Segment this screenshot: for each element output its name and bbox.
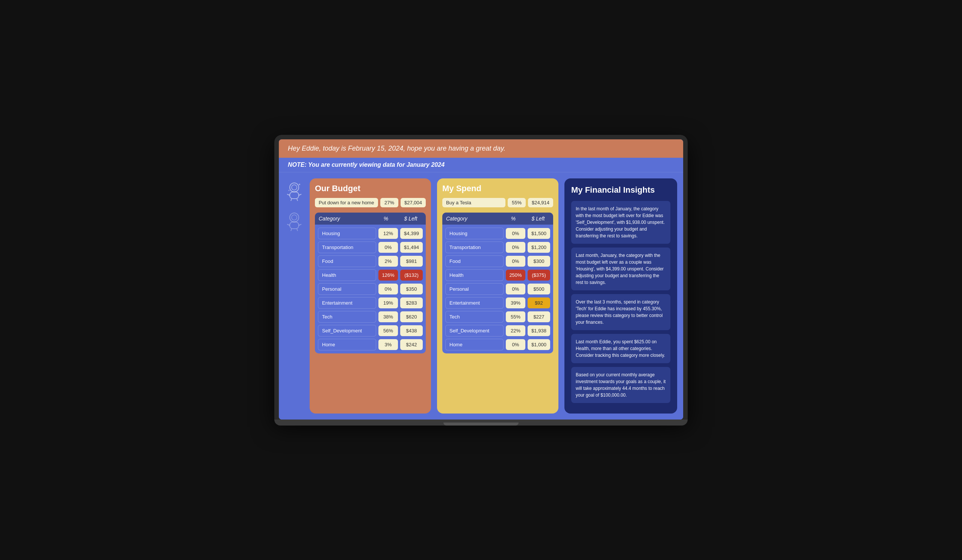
budget-row-pct: 56% bbox=[378, 325, 398, 336]
astronaut-icon-1 bbox=[286, 182, 302, 201]
insight-card-4: Last month Eddie, you spent $625.00 on H… bbox=[571, 334, 670, 363]
svg-point-8 bbox=[289, 190, 290, 191]
spend-table-row: Housing0%$1,500 bbox=[445, 228, 550, 239]
spend-table-row: Food0%$300 bbox=[445, 256, 550, 267]
spend-row-amount: $227 bbox=[528, 311, 550, 322]
spend-col-pct: % bbox=[502, 216, 525, 222]
spend-table: Category % $ Left Housing0%$1,500Transpo… bbox=[442, 212, 553, 353]
budget-row-pct: 0% bbox=[378, 283, 398, 294]
insight-cards-container: In the last month of January, the catego… bbox=[571, 201, 670, 403]
budget-table-row: Health126%($132) bbox=[318, 269, 423, 281]
spend-row-category: Tech bbox=[445, 311, 504, 323]
svg-point-1 bbox=[292, 185, 297, 190]
spend-row-pct: 0% bbox=[506, 283, 525, 294]
spend-table-row: Entertainment39%$92 bbox=[445, 297, 550, 309]
budget-row-category: Tech bbox=[318, 311, 376, 323]
budget-col-pct: % bbox=[374, 216, 397, 222]
svg-point-10 bbox=[292, 215, 297, 220]
spend-row-category: Housing bbox=[445, 228, 504, 239]
budget-row-amount: $981 bbox=[400, 256, 423, 267]
svg-line-6 bbox=[297, 199, 298, 201]
svg-line-12 bbox=[287, 224, 290, 225]
budget-row-amount: ($132) bbox=[400, 270, 423, 280]
budget-row-amount: $1,494 bbox=[400, 242, 423, 253]
budget-col-category: Category bbox=[319, 216, 373, 222]
svg-line-5 bbox=[291, 199, 292, 201]
spend-row-pct: 250% bbox=[506, 270, 525, 280]
spend-row-amount: ($375) bbox=[528, 270, 550, 280]
budget-goal-pct: 27% bbox=[380, 198, 398, 207]
budget-row-pct: 38% bbox=[378, 311, 398, 322]
note-text: NOTE: You are currently viewing data for… bbox=[288, 161, 445, 168]
budget-row-category: Home bbox=[318, 339, 376, 351]
budget-row-category: Health bbox=[318, 269, 376, 281]
svg-rect-2 bbox=[290, 192, 299, 199]
note-bar: NOTE: You are currently viewing data for… bbox=[279, 158, 683, 172]
svg-line-15 bbox=[297, 229, 298, 231]
greeting-text: Hey Eddie, today is February 15, 2024, h… bbox=[288, 145, 505, 153]
budget-table-row: Tech38%$620 bbox=[318, 311, 423, 323]
main-content: Our Budget Put down for a new home 27% $… bbox=[279, 172, 683, 420]
budget-table-header: Category % $ Left bbox=[315, 212, 426, 225]
budget-row-amount: $4,399 bbox=[400, 228, 423, 239]
spend-row-pct: 0% bbox=[506, 242, 525, 253]
insight-card-1: In the last month of January, the catego… bbox=[571, 201, 670, 244]
budget-table-row: Entertainment19%$283 bbox=[318, 297, 423, 309]
budget-row-category: Food bbox=[318, 256, 376, 267]
spend-row-category: Self_Development bbox=[445, 325, 504, 336]
budget-goal-row: Put down for a new home 27% $27,004 bbox=[315, 198, 426, 207]
spend-table-row: Personal0%$500 bbox=[445, 283, 550, 295]
spend-row-pct: 0% bbox=[506, 228, 525, 239]
spend-panel: My Spend Buy a Tesla 55% $24,914 Categor… bbox=[437, 179, 558, 414]
budget-row-amount: $350 bbox=[400, 283, 423, 294]
spend-goal-label: Buy a Tesla bbox=[442, 198, 505, 207]
spend-title: My Spend bbox=[442, 183, 553, 193]
spend-goal-row: Buy a Tesla 55% $24,914 bbox=[442, 198, 553, 207]
spend-row-amount: $500 bbox=[528, 283, 550, 294]
spend-table-row: Transportation0%$1,200 bbox=[445, 241, 550, 253]
spend-col-category: Category bbox=[446, 216, 500, 222]
budget-row-category: Transportation bbox=[318, 241, 376, 253]
budget-row-category: Self_Development bbox=[318, 325, 376, 336]
spend-row-category: Health bbox=[445, 269, 504, 281]
insight-card-3: Over the last 3 months, spend in categor… bbox=[571, 294, 670, 330]
budget-row-pct: 19% bbox=[378, 298, 398, 308]
spend-row-pct: 55% bbox=[506, 311, 525, 322]
budget-table-row: Home3%$242 bbox=[318, 339, 423, 351]
svg-point-9 bbox=[290, 213, 299, 222]
spend-row-pct: 22% bbox=[506, 325, 525, 336]
greeting-bar: Hey Eddie, today is February 15, 2024, h… bbox=[279, 139, 683, 158]
insight-card-5: Based on your current monthly average in… bbox=[571, 367, 670, 403]
spend-row-category: Food bbox=[445, 256, 504, 267]
budget-title: Our Budget bbox=[315, 183, 426, 193]
svg-point-0 bbox=[290, 183, 299, 192]
budget-row-pct: 126% bbox=[378, 270, 398, 280]
astronaut-icon-2 bbox=[286, 212, 302, 231]
spend-row-category: Home bbox=[445, 339, 504, 351]
svg-point-7 bbox=[299, 183, 300, 185]
insights-title: My Financial Insights bbox=[571, 185, 670, 195]
spend-row-amount: $1,200 bbox=[528, 242, 550, 253]
spend-goal-pct: 55% bbox=[508, 198, 526, 207]
budget-row-amount: $242 bbox=[400, 339, 423, 350]
budget-row-amount: $438 bbox=[400, 325, 423, 336]
spend-row-category: Personal bbox=[445, 283, 504, 295]
spend-row-category: Transportation bbox=[445, 241, 504, 253]
budget-row-amount: $283 bbox=[400, 298, 423, 308]
budget-panel: Our Budget Put down for a new home 27% $… bbox=[310, 179, 431, 414]
budget-table-row: Personal0%$350 bbox=[318, 283, 423, 295]
spend-row-pct: 0% bbox=[506, 339, 525, 350]
svg-line-13 bbox=[299, 224, 301, 225]
budget-row-category: Personal bbox=[318, 283, 376, 295]
budget-row-pct: 12% bbox=[378, 228, 398, 239]
budget-table-row: Housing12%$4,399 bbox=[318, 228, 423, 239]
budget-col-left: $ Left bbox=[399, 216, 422, 222]
budget-row-category: Entertainment bbox=[318, 297, 376, 309]
svg-rect-11 bbox=[290, 222, 299, 229]
spend-table-row: Home0%$1,000 bbox=[445, 339, 550, 351]
spend-table-row: Self_Development22%$1,938 bbox=[445, 325, 550, 336]
spend-table-header: Category % $ Left bbox=[442, 212, 553, 225]
budget-goal-label: Put down for a new home bbox=[315, 198, 378, 207]
budget-table: Category % $ Left Housing12%$4,399Transp… bbox=[315, 212, 426, 353]
spend-col-left: $ Left bbox=[527, 216, 549, 222]
